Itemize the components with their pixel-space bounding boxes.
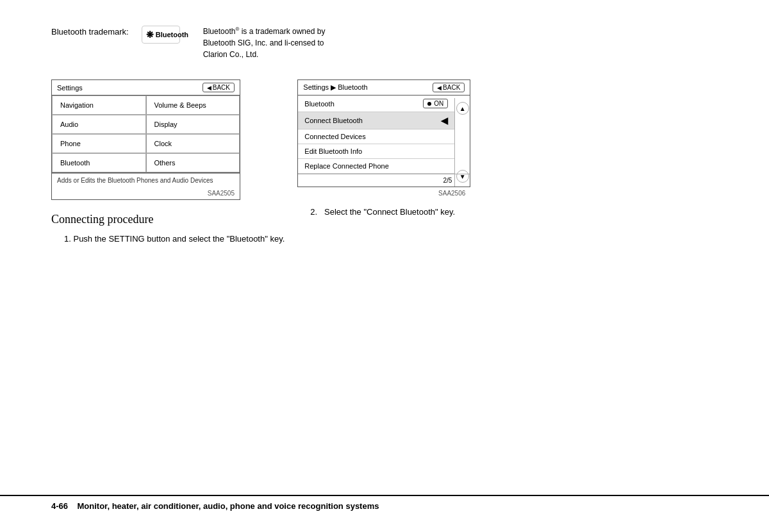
step-1-text: Push the SETTING button and select the "… xyxy=(73,234,285,244)
bluetooth-item-connect[interactable]: Connect Bluetooth ◀ xyxy=(298,112,454,129)
settings-back-label: BACK xyxy=(213,84,230,91)
footer-text: Monitor, heater, air conditioner, audio,… xyxy=(77,501,379,511)
scroll-up-button[interactable]: ▲ xyxy=(456,102,469,115)
bluetooth-item-replace-phone[interactable]: Replace Connected Phone xyxy=(298,159,454,174)
footer-page-number: 4-66 xyxy=(51,501,68,511)
page-content: Bluetooth trademark: ❋ Bluetooth Bluetoo… xyxy=(0,0,769,276)
connected-devices-label: Connected Devices xyxy=(304,133,365,140)
menu-cell-navigation[interactable]: Navigation xyxy=(52,96,146,115)
settings-status-text: Adds or Edits the Bluetooth Phones and A… xyxy=(57,177,213,184)
settings-back-button[interactable]: ◀ BACK xyxy=(203,83,235,92)
page-indicator: 2/5 xyxy=(443,177,452,184)
connect-bluetooth-label: Connect Bluetooth xyxy=(304,117,363,124)
menu-cell-volume[interactable]: Volume & Beeps xyxy=(146,96,240,115)
replace-phone-label: Replace Connected Phone xyxy=(304,162,388,170)
bluetooth-item-edit-info[interactable]: Edit Bluetooth Info xyxy=(298,144,454,159)
back-arrow-icon: ◀ xyxy=(207,85,211,91)
procedure-title: Connecting procedure xyxy=(51,213,285,226)
trademark-description: Bluetooth® is a trademark owned by Bluet… xyxy=(203,26,331,60)
scroll-down-button[interactable]: ▼ xyxy=(456,170,469,183)
trademark-label: Bluetooth trademark: xyxy=(51,26,129,37)
procedure-section: Connecting procedure 1. Push the SETTING… xyxy=(51,213,285,251)
step-2-number: 2. xyxy=(310,207,317,217)
trademark-desc-brand: Bluetooth xyxy=(203,27,236,36)
bluetooth-item-label: Bluetooth xyxy=(304,100,334,108)
bluetooth-logo: ❋ Bluetooth xyxy=(142,26,180,44)
step-2-text: Select the "Connect Bluetooth" key. xyxy=(324,207,455,217)
step-2-section: 2. Select the "Connect Bluetooth" key. xyxy=(297,206,470,219)
procedure-step-1: 1. Push the SETTING button and select th… xyxy=(64,233,285,245)
bluetooth-back-arrow-icon: ◀ xyxy=(437,85,442,91)
right-diagram-area: Settings ▶ Bluetooth ◀ BACK Bluetooth xyxy=(297,79,470,219)
settings-screen-diagram: Settings ◀ BACK Navigation Volume & Beep… xyxy=(51,79,240,200)
left-diagram-area: Settings ◀ BACK Navigation Volume & Beep… xyxy=(51,79,285,251)
bluetooth-menu-content: Bluetooth ON Connect Bluetooth ◀ xyxy=(298,96,470,174)
bluetooth-item-bluetooth[interactable]: Bluetooth ON xyxy=(298,96,454,112)
bluetooth-screen-diagram: Settings ▶ Bluetooth ◀ BACK Bluetooth xyxy=(297,79,470,187)
bluetooth-screen-wrapper: Settings ▶ Bluetooth ◀ BACK Bluetooth xyxy=(297,79,470,199)
on-dot-icon xyxy=(427,102,431,106)
bluetooth-back-button[interactable]: ◀ BACK xyxy=(433,83,465,92)
diagram-right-code: SAA2506 xyxy=(297,187,470,199)
settings-screen-header: Settings ◀ BACK xyxy=(52,80,240,96)
settings-status-bar: Adds or Edits the Bluetooth Phones and A… xyxy=(52,173,240,187)
menu-cell-clock[interactable]: Clock xyxy=(146,134,240,153)
menu-cell-others[interactable]: Others xyxy=(146,153,240,172)
settings-header-title: Settings xyxy=(57,84,83,92)
diagram-left-code: SAA2505 xyxy=(52,187,240,199)
connect-arrow-icon: ◀ xyxy=(441,115,448,126)
bluetooth-header-title: Settings ▶ Bluetooth xyxy=(303,83,367,92)
page-footer: 4-66 Monitor, heater, air conditioner, a… xyxy=(0,495,769,516)
edit-bluetooth-info-label: Edit Bluetooth Info xyxy=(304,147,362,155)
diagrams-row: Settings ◀ BACK Navigation Volume & Beep… xyxy=(51,79,718,251)
scroll-controls: ▲ ▼ xyxy=(454,98,470,187)
bluetooth-item-connected-devices[interactable]: Connected Devices xyxy=(298,129,454,144)
bluetooth-back-label: BACK xyxy=(443,84,460,91)
page-indicator-row: 2/5 xyxy=(298,174,470,187)
bluetooth-screen-header: Settings ▶ Bluetooth ◀ BACK xyxy=(298,80,470,96)
menu-cell-phone[interactable]: Phone xyxy=(52,134,146,153)
trademark-section: Bluetooth trademark: ❋ Bluetooth Bluetoo… xyxy=(51,26,718,60)
on-badge-text: ON xyxy=(434,100,443,107)
bt-symbol: ❋ xyxy=(146,29,154,40)
bluetooth-logo-area: ❋ Bluetooth xyxy=(142,26,180,44)
menu-cell-bluetooth[interactable]: Bluetooth xyxy=(52,153,146,172)
step-1-number: 1. xyxy=(64,234,71,244)
menu-cell-display[interactable]: Display xyxy=(146,115,240,134)
menu-cell-audio[interactable]: Audio xyxy=(52,115,146,134)
settings-menu-grid: Navigation Volume & Beeps Audio Display … xyxy=(52,96,240,173)
on-badge: ON xyxy=(423,99,448,108)
bluetooth-logo-text: Bluetooth xyxy=(156,31,188,38)
